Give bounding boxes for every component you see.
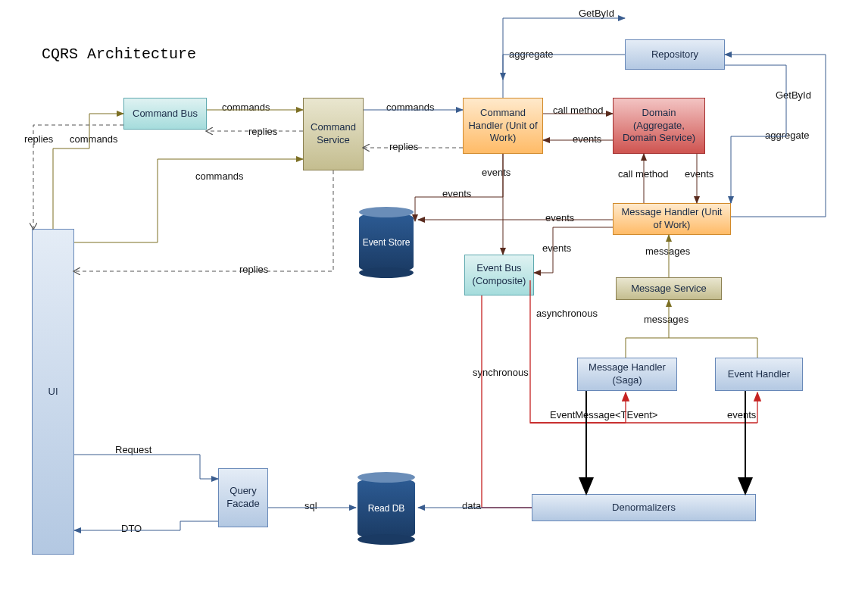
node-event-handler: Event Handler [715,358,803,391]
edge-label: GetById [579,8,614,19]
edge-label: events [685,168,713,180]
node-command-service: Command Service [303,98,364,170]
read-db-label: Read DB [368,503,405,514]
edge-label: messages [645,245,690,257]
edge-label: aggregate [509,48,554,60]
node-command-handler: Command Handler (Unit of Work) [463,98,543,154]
edge-label: EventMessage<TEvent> [550,409,657,420]
edge-label: replies [24,133,53,145]
diagram-title: CQRS Architecture [42,45,196,63]
edge-label: commands [70,133,118,145]
edge-label: DTO [121,523,142,534]
edge-label: messages [644,314,688,325]
edge-label: events [545,212,574,224]
edge-label: commands [386,102,435,113]
edge-label: replies [389,141,418,152]
edge-label: replies [239,264,268,275]
edge-label: events [573,133,601,145]
node-read-db: Read DB [358,477,415,539]
node-message-handler-uow: Message Handler (Unit of Work) [613,203,731,235]
edge-label: synchronous [473,367,529,378]
edge-label: call method [618,168,668,180]
edge-label: events [482,167,510,178]
edge-label: sql [304,500,317,511]
edge-label: call method [553,105,603,116]
edge-label: events [727,409,756,420]
node-message-handler-saga: Message Handler (Saga) [577,358,677,391]
edge-label: data [462,500,481,511]
edge-label: events [542,242,571,254]
edge-label: commands [195,170,244,182]
node-query-facade: Query Facade [218,468,268,527]
edge-label: Request [115,444,151,455]
edge-label: commands [222,102,270,113]
edge-label: events [442,188,471,199]
node-event-store: Event Store [359,212,414,273]
edge-label: asynchronous [536,308,598,319]
node-repository: Repository [625,39,725,70]
edge-label: GetById [776,89,811,101]
node-event-bus: Event Bus (Composite) [464,255,534,295]
node-ui: UI [32,229,74,555]
event-store-label: Event Store [363,237,411,248]
node-domain: Domain (Aggregate, Domain Service) [613,98,705,154]
node-command-bus: Command Bus [123,98,207,130]
node-denormalizers: Denormalizers [532,494,756,521]
edge-label: aggregate [765,130,810,141]
edge-label: replies [248,126,277,137]
node-message-service: Message Service [616,277,722,300]
